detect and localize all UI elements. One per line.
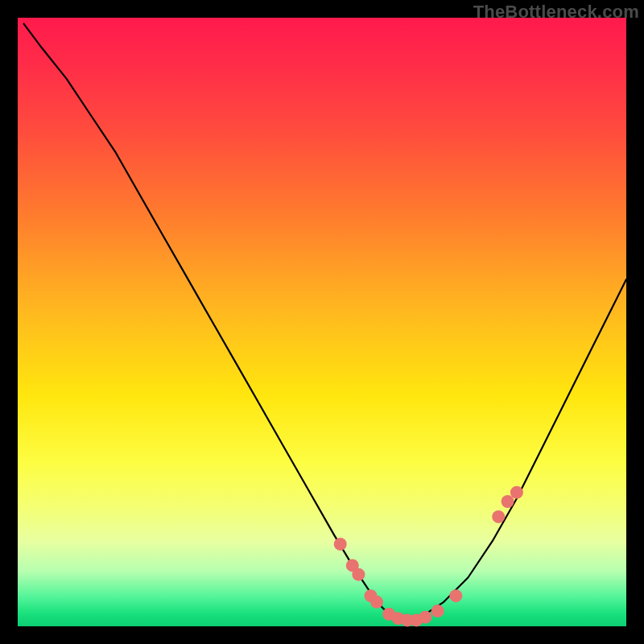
chart-frame xyxy=(18,18,626,626)
chart-svg xyxy=(18,18,626,626)
highlight-dots-group xyxy=(334,486,523,627)
highlight-dot xyxy=(510,486,523,499)
highlight-dot xyxy=(431,605,444,617)
watermark-text: TheBottleneck.com xyxy=(473,2,639,23)
highlight-dot xyxy=(352,568,365,581)
highlight-dot xyxy=(492,510,505,523)
bottleneck-curve-line xyxy=(24,24,626,621)
highlight-dot xyxy=(449,589,462,602)
highlight-dot xyxy=(334,538,347,551)
highlight-dot xyxy=(419,611,432,624)
highlight-dot xyxy=(502,495,514,508)
highlight-dot xyxy=(370,596,383,609)
